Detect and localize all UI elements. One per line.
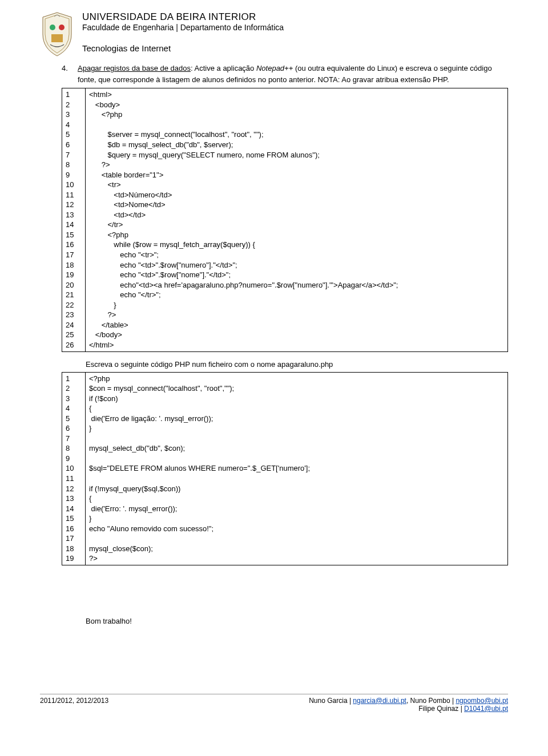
- course-name: Tecnologias de Internet: [82, 43, 284, 53]
- title-block: UNIVERSIDADE DA BEIRA INTERIOR Faculdade…: [82, 11, 284, 53]
- contact-2-name: , Nuno Pombo |: [406, 697, 456, 705]
- code1-line-numbers: 1234567891011121314151617181920212223242…: [62, 88, 86, 351]
- page-footer: 2011/2012, 2012/2013 Nuno Garcia | ngarc…: [40, 694, 508, 713]
- code1-content: <html> <body> <?php $server = mysql_conn…: [86, 88, 508, 351]
- svg-point-1: [59, 25, 65, 30]
- faculty-name: Faculdade de Engenharia | Departamento d…: [82, 23, 284, 32]
- code-block-1: 1234567891011121314151617181920212223242…: [62, 88, 508, 351]
- code2-content: <?php$con = mysql_connect("localhost", "…: [86, 372, 508, 565]
- item-number: 4.: [62, 63, 72, 86]
- second-file-instruction: Escreva o seguinte código PHP num fichei…: [86, 360, 508, 369]
- contact-1-name: Nuno Garcia |: [309, 697, 353, 705]
- item-title: Apagar registos da base de dados: [78, 64, 191, 72]
- svg-point-0: [50, 25, 55, 30]
- university-name: UNIVERSIDADE DA BEIRA INTERIOR: [82, 11, 284, 23]
- contact-3-email[interactable]: D1041@ubi.pt: [464, 705, 508, 713]
- exercise-item-4: 4. Apagar registos da base de dados: Act…: [62, 63, 508, 86]
- notepad-name: Notepad++: [256, 64, 293, 72]
- closing-line: Bom trabalho!: [86, 617, 508, 625]
- contact-2-email[interactable]: ngpombo@ubi.pt: [456, 697, 508, 705]
- footer-years: 2011/2012, 2012/2013: [40, 697, 108, 713]
- item-sep: : Active a aplicação: [191, 64, 256, 72]
- contact-1-email[interactable]: ngarcia@di.ubi.pt: [353, 697, 406, 705]
- code-block-2: 12345678910111213141516171819<?php$con =…: [62, 372, 508, 565]
- svg-rect-2: [51, 34, 63, 42]
- university-crest-icon: [40, 11, 74, 57]
- contact-3-name: Filipe Quinaz |: [418, 705, 464, 713]
- document-header: UNIVERSIDADE DA BEIRA INTERIOR Faculdade…: [40, 11, 508, 57]
- code2-line-numbers: 12345678910111213141516171819: [62, 372, 86, 565]
- footer-contacts: Nuno Garcia | ngarcia@di.ubi.pt, Nuno Po…: [309, 697, 508, 713]
- item-body: Apagar registos da base de dados: Active…: [78, 63, 508, 86]
